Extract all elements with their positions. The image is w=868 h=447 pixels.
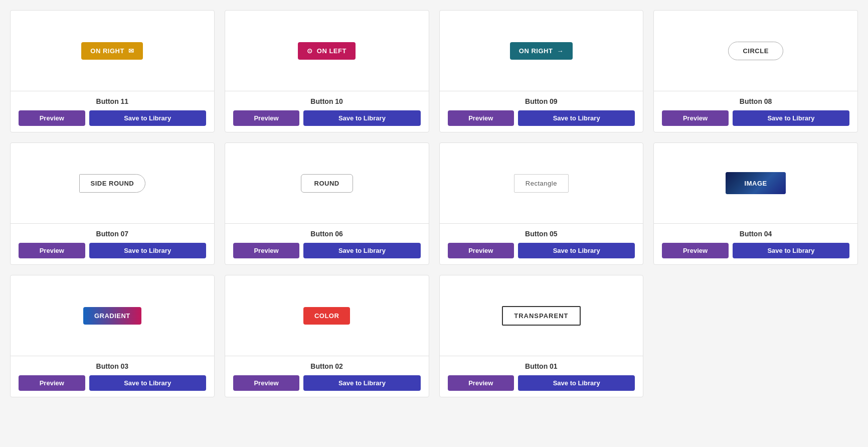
label-text: Rectangle [526,180,557,187]
card-title: Button 02 [233,362,421,370]
label-text: COLOR [314,312,339,320]
card-actions: Preview Save to Library [233,375,421,391]
preview-button-btn05[interactable]: Preview [448,243,514,258]
card-btn11: ON RIGHT ✉ Button 11 Preview Save to Lib… [10,10,215,132]
preview-btn11[interactable]: ON RIGHT ✉ [81,42,143,60]
card-preview-area: ON RIGHT → [440,11,643,91]
preview-button-btn02[interactable]: Preview [233,375,300,391]
save-button-btn09[interactable]: Save to Library [518,110,635,126]
play-icon: ⊙ [307,47,313,55]
card-preview-area: TRANSPARENT [440,275,643,356]
preview-btn08[interactable]: CIRCLE [728,42,783,60]
label-text: ROUND [314,180,339,187]
save-button-btn01[interactable]: Save to Library [518,375,635,391]
card-btn07: SIDE ROUND Button 07 Preview Save to Lib… [10,142,215,265]
preview-button-btn07[interactable]: Preview [19,243,85,258]
card-footer: Button 07 Preview Save to Library [11,223,214,264]
card-btn02: COLOR Button 02 Preview Save to Library [225,275,429,397]
preview-btn07[interactable]: SIDE ROUND [79,174,146,193]
card-title: Button 03 [19,362,206,370]
label-text: ON LEFT [317,47,346,55]
card-btn01: TRANSPARENT Button 01 Preview Save to Li… [439,275,644,397]
preview-btn02[interactable]: COLOR [303,307,350,325]
card-footer: Button 04 Preview Save to Library [654,223,857,264]
preview-button-btn06[interactable]: Preview [233,243,300,258]
card-preview-area: IMAGE [654,143,857,223]
save-button-btn04[interactable]: Save to Library [733,243,849,258]
card-footer: Button 11 Preview Save to Library [11,91,214,132]
preview-btn06[interactable]: ROUND [301,174,353,193]
card-actions: Preview Save to Library [448,375,635,391]
card-title: Button 05 [448,230,635,238]
card-btn08: CIRCLE Button 08 Preview Save to Library [653,10,858,132]
label-text: IMAGE [745,180,767,187]
card-footer: Button 10 Preview Save to Library [225,91,429,132]
card-btn09: ON RIGHT → Button 09 Preview Save to Lib… [439,10,644,132]
card-preview-area: CIRCLE [654,11,857,91]
save-button-btn03[interactable]: Save to Library [89,375,206,391]
card-title: Button 08 [662,97,849,105]
card-actions: Preview Save to Library [448,110,635,126]
card-btn06: ROUND Button 06 Preview Save to Library [225,142,429,265]
preview-button-btn10[interactable]: Preview [233,110,300,126]
card-title: Button 09 [448,97,635,105]
card-btn04: IMAGE Button 04 Preview Save to Library [653,142,858,265]
preview-btn01[interactable]: TRANSPARENT [502,306,580,326]
preview-btn09[interactable]: ON RIGHT → [510,42,573,60]
card-btn03: GRADIENT Button 03 Preview Save to Libra… [10,275,215,397]
preview-btn03[interactable]: GRADIENT [83,307,141,325]
preview-button-btn08[interactable]: Preview [662,110,729,126]
card-actions: Preview Save to Library [19,110,206,126]
card-footer: Button 05 Preview Save to Library [440,223,643,264]
preview-button-btn11[interactable]: Preview [19,110,85,126]
arrow-icon: → [557,47,564,55]
card-actions: Preview Save to Library [233,243,421,258]
card-preview-area: ⊙ ON LEFT [225,11,429,91]
card-title: Button 07 [19,230,206,238]
save-button-btn07[interactable]: Save to Library [89,243,206,258]
card-title: Button 01 [448,362,635,370]
card-title: Button 10 [233,97,421,105]
card-footer: Button 09 Preview Save to Library [440,91,643,132]
preview-btn10[interactable]: ⊙ ON LEFT [298,42,356,60]
label-text: ON RIGHT [90,47,124,55]
card-actions: Preview Save to Library [19,375,206,391]
card-actions: Preview Save to Library [662,110,849,126]
label-text: TRANSPARENT [514,312,568,320]
card-title: Button 06 [233,230,421,238]
save-button-btn06[interactable]: Save to Library [303,243,420,258]
save-button-btn10[interactable]: Save to Library [303,110,420,126]
save-button-btn05[interactable]: Save to Library [518,243,635,258]
label-text: GRADIENT [94,312,130,320]
preview-btn05[interactable]: Rectangle [514,174,569,193]
preview-button-btn01[interactable]: Preview [448,375,514,391]
card-footer: Button 01 Preview Save to Library [440,356,643,397]
save-button-btn08[interactable]: Save to Library [733,110,849,126]
mail-icon: ✉ [128,47,134,55]
card-footer: Button 03 Preview Save to Library [11,356,214,397]
card-btn10: ⊙ ON LEFT Button 10 Preview Save to Libr… [225,10,429,132]
save-button-btn02[interactable]: Save to Library [303,375,420,391]
card-title: Button 11 [19,97,206,105]
card-actions: Preview Save to Library [233,110,421,126]
preview-button-btn03[interactable]: Preview [19,375,85,391]
preview-btn04[interactable]: IMAGE [726,172,786,194]
card-preview-area: SIDE ROUND [11,143,214,223]
card-footer: Button 08 Preview Save to Library [654,91,857,132]
preview-button-btn09[interactable]: Preview [448,110,514,126]
card-preview-area: GRADIENT [11,275,214,356]
card-preview-area: Rectangle [440,143,643,223]
card-title: Button 04 [662,230,849,238]
card-preview-area: COLOR [225,275,429,356]
save-button-btn11[interactable]: Save to Library [89,110,206,126]
card-footer: Button 06 Preview Save to Library [225,223,429,264]
card-actions: Preview Save to Library [662,243,849,258]
preview-button-btn04[interactable]: Preview [662,243,729,258]
card-preview-area: ROUND [225,143,429,223]
button-grid: ON RIGHT ✉ Button 11 Preview Save to Lib… [10,10,858,397]
label-text: CIRCLE [743,47,768,55]
card-actions: Preview Save to Library [448,243,635,258]
label-text: SIDE ROUND [91,180,134,187]
card-preview-area: ON RIGHT ✉ [11,11,214,91]
card-btn05: Rectangle Button 05 Preview Save to Libr… [439,142,644,265]
